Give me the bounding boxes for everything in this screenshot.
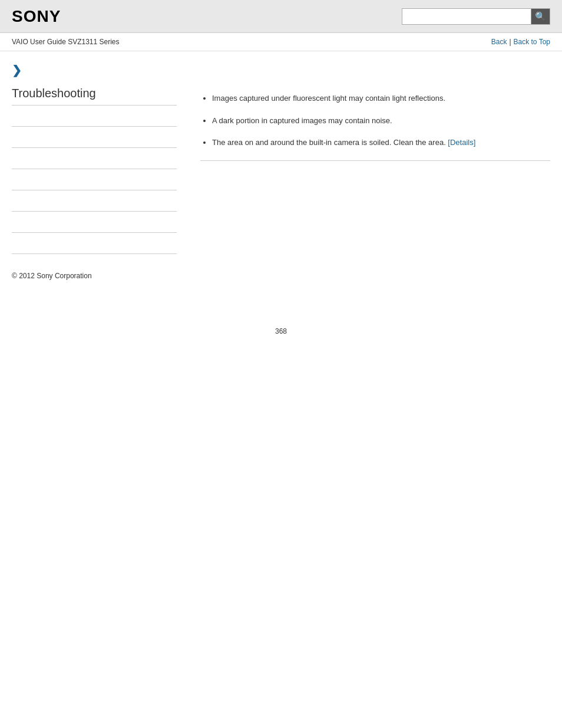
sidebar-link[interactable] bbox=[12, 239, 14, 248]
list-item-text: Images captured under fluorescent light … bbox=[212, 94, 445, 103]
page-number: 368 bbox=[0, 327, 562, 347]
list-item: The area on and around the built-in came… bbox=[212, 137, 550, 149]
list-item bbox=[12, 148, 177, 169]
copyright-text: © 2012 Sony Corporation bbox=[12, 272, 92, 280]
list-item bbox=[12, 212, 177, 233]
list-item: Images captured under fluorescent light … bbox=[212, 93, 550, 104]
back-to-top-link[interactable]: Back to Top bbox=[514, 38, 550, 46]
search-button[interactable]: 🔍 bbox=[531, 8, 550, 25]
list-item-text: The area on and around the built-in came… bbox=[212, 138, 448, 147]
nav-links: Back | Back to Top bbox=[491, 38, 550, 46]
sony-logo: SONY bbox=[12, 7, 61, 26]
details-link[interactable]: [Details] bbox=[448, 138, 475, 147]
chevron-right-icon: ❯ bbox=[12, 63, 177, 77]
list-item bbox=[12, 127, 177, 148]
page-header: SONY 🔍 bbox=[0, 0, 562, 33]
list-item: A dark portion in captured images may co… bbox=[212, 115, 550, 127]
back-link[interactable]: Back bbox=[491, 38, 507, 46]
content-list: Images captured under fluorescent light … bbox=[200, 93, 550, 149]
sidebar-link[interactable] bbox=[12, 196, 14, 205]
sidebar-link[interactable] bbox=[12, 154, 14, 163]
main-content: ❯ Troubleshooting Images captured under … bbox=[0, 57, 562, 254]
sidebar: ❯ Troubleshooting bbox=[12, 57, 189, 254]
nav-bar: VAIO User Guide SVZ1311 Series Back | Ba… bbox=[0, 33, 562, 51]
content-area: Images captured under fluorescent light … bbox=[189, 57, 550, 254]
sidebar-title: Troubleshooting bbox=[12, 87, 177, 106]
footer-copyright: © 2012 Sony Corporation bbox=[0, 260, 562, 292]
list-item bbox=[12, 169, 177, 190]
list-item bbox=[12, 190, 177, 212]
sidebar-links bbox=[12, 106, 177, 254]
sidebar-link[interactable] bbox=[12, 175, 14, 184]
sidebar-link[interactable] bbox=[12, 111, 14, 120]
sidebar-link[interactable] bbox=[12, 218, 14, 226]
breadcrumb: VAIO User Guide SVZ1311 Series bbox=[12, 38, 120, 46]
search-input[interactable] bbox=[402, 8, 531, 25]
content-divider bbox=[200, 160, 550, 161]
nav-separator: | bbox=[509, 38, 511, 46]
search-area: 🔍 bbox=[402, 8, 550, 25]
search-icon: 🔍 bbox=[535, 11, 546, 22]
list-item-text: A dark portion in captured images may co… bbox=[212, 116, 392, 125]
list-item bbox=[12, 233, 177, 254]
sidebar-link[interactable] bbox=[12, 133, 14, 141]
list-item bbox=[12, 106, 177, 127]
